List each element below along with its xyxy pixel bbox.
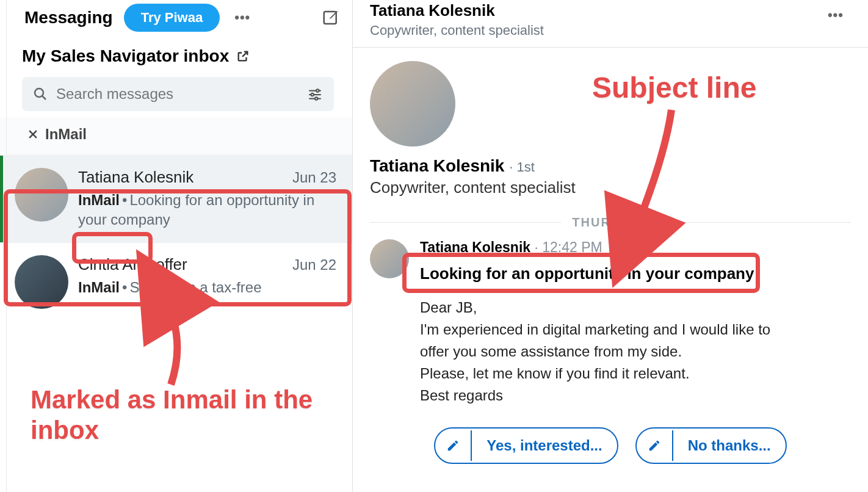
profile-role: Copywriter, content specialist	[370, 178, 851, 197]
sidebar-header: Messaging Try Piwaa •••	[0, 0, 352, 46]
reply-no-label: No thanks...	[673, 429, 786, 463]
messaging-title: Messaging	[24, 8, 113, 27]
svg-point-5	[311, 93, 314, 96]
message-time: 12:42 PM	[542, 239, 602, 255]
thread-preview: Setting up a tax-free	[129, 279, 261, 295]
thread-item[interactable]: Tatiana Kolesnik Jun 23 InMail•Looking f…	[0, 155, 352, 242]
svg-point-1	[35, 89, 43, 97]
thread-date: Jun 23	[292, 169, 336, 186]
external-link-icon	[236, 49, 250, 63]
search-input[interactable]	[56, 85, 307, 103]
message-avatar[interactable]	[370, 239, 409, 278]
profile-name[interactable]: Tatiana Kolesnik	[370, 156, 504, 175]
conversation-header: Tatiana Kolesnik Copywriter, content spe…	[353, 0, 868, 48]
sales-navigator-inbox-link[interactable]: My Sales Navigator inbox	[0, 46, 352, 77]
more-options-icon[interactable]: •••	[234, 10, 250, 26]
thread-tag: InMail	[78, 192, 120, 208]
inmail-chip-label: InMail	[45, 126, 87, 143]
thread-date: Jun 22	[292, 256, 336, 273]
inbox-link-label: My Sales Navigator inbox	[22, 46, 229, 66]
pencil-icon	[435, 430, 472, 461]
avatar	[15, 255, 68, 309]
message-body: Dear JB,I'm experienced in digital marke…	[420, 297, 801, 407]
inmail-filter-chip[interactable]: InMail	[0, 117, 352, 155]
quick-reply-buttons: Yes, interested... No thanks...	[353, 427, 868, 464]
conversation-header-name[interactable]: Tatiana Kolesnik	[370, 1, 544, 20]
conversation-header-role: Copywriter, content specialist	[370, 23, 544, 38]
message-sender[interactable]: Tatiana Kolesnik	[420, 239, 530, 255]
day-label: THURSDAY	[561, 215, 659, 230]
thread-tag: InMail	[78, 279, 120, 295]
close-icon	[27, 128, 39, 140]
profile-degree: 1st	[516, 159, 534, 175]
profile-avatar[interactable]	[370, 61, 455, 147]
svg-point-7	[315, 97, 317, 99]
thread-item[interactable]: Cintia Arnhoffer Jun 22 InMail•Setting u…	[0, 242, 352, 321]
conversation-more-icon[interactable]: •••	[828, 7, 844, 23]
compose-icon[interactable]	[322, 9, 340, 27]
svg-point-3	[316, 89, 319, 92]
pencil-icon	[637, 430, 673, 461]
profile-block: Tatiana Kolesnik · 1st Copywriter, conte…	[353, 48, 868, 197]
reply-yes-label: Yes, interested...	[472, 429, 617, 463]
thread-name: Tatiana Kolesnik	[78, 168, 193, 187]
reply-yes-button[interactable]: Yes, interested...	[434, 427, 618, 464]
reply-no-button[interactable]: No thanks...	[635, 427, 787, 464]
search-box[interactable]	[22, 77, 334, 111]
message-subject: Looking for an opportunity in your compa…	[420, 264, 801, 283]
conversation-pane: Tatiana Kolesnik Copywriter, content spe…	[353, 0, 868, 492]
message: Tatiana Kolesnik · 12:42 PM Looking for …	[353, 239, 868, 407]
messaging-sidebar: Messaging Try Piwaa ••• My Sales Navigat…	[0, 0, 353, 492]
try-piwaa-button[interactable]: Try Piwaa	[124, 4, 220, 32]
thread-name: Cintia Arnhoffer	[78, 255, 187, 274]
day-separator: THURSDAY	[370, 215, 851, 230]
search-icon	[33, 87, 48, 101]
avatar	[15, 168, 68, 222]
filter-icon[interactable]	[307, 86, 323, 102]
